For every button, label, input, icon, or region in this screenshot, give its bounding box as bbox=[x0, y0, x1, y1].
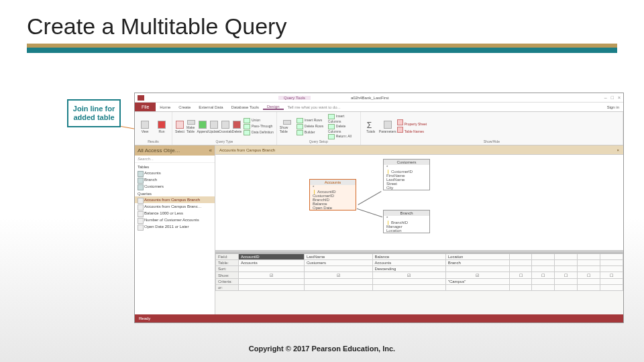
grid-cell[interactable]: Accounts bbox=[239, 260, 305, 266]
close-icon[interactable]: × bbox=[618, 95, 621, 100]
grid-cell[interactable]: LastName bbox=[304, 254, 372, 260]
table-customers[interactable]: Customers * CustomerID FirstName LastNam… bbox=[383, 159, 430, 190]
close-tab-icon[interactable]: × bbox=[616, 148, 619, 152]
grid-cell[interactable]: ☑ bbox=[445, 272, 509, 279]
append-button[interactable]: Append bbox=[198, 120, 207, 133]
qbe-table[interactable]: Field:AccountIDLastNameBalanceLocationTa… bbox=[215, 253, 623, 291]
grid-cell[interactable] bbox=[555, 266, 578, 272]
nav-table-accounts[interactable]: Accounts bbox=[135, 170, 215, 176]
tab-design[interactable]: Design bbox=[263, 105, 284, 110]
sign-in-link[interactable]: Sign in bbox=[607, 105, 623, 109]
grid-cell[interactable] bbox=[304, 285, 372, 291]
join-line[interactable] bbox=[358, 191, 381, 205]
nav-query-selected[interactable]: Accounts from Campus Branch bbox=[135, 196, 215, 203]
tab-database-tools[interactable]: Database Tools bbox=[227, 105, 263, 109]
field[interactable]: City bbox=[384, 186, 429, 190]
nav-group-tables[interactable]: Tables bbox=[135, 163, 215, 170]
qbe-grid[interactable]: Field:AccountIDLastNameBalanceLocationTa… bbox=[215, 253, 623, 314]
grid-cell[interactable] bbox=[509, 254, 532, 260]
show-hide-checks[interactable]: Property Sheet Table Names bbox=[397, 119, 429, 133]
field[interactable]: Location bbox=[384, 229, 429, 233]
query-type-side[interactable]: Union Pass-Through Data Definition bbox=[244, 118, 274, 135]
grid-cell[interactable]: Location bbox=[445, 254, 509, 260]
grid-cell[interactable] bbox=[555, 254, 578, 260]
crosstab-button[interactable]: Crosstab bbox=[221, 120, 230, 133]
grid-cell[interactable]: AccountID bbox=[239, 254, 305, 260]
join-line[interactable] bbox=[357, 208, 382, 217]
grid-cell[interactable] bbox=[304, 266, 372, 272]
grid-cell[interactable] bbox=[304, 279, 372, 285]
grid-cell[interactable]: Customers bbox=[304, 260, 372, 266]
grid-cell[interactable] bbox=[600, 260, 623, 266]
grid-cell[interactable] bbox=[600, 254, 623, 260]
grid-cell[interactable] bbox=[532, 285, 555, 291]
grid-cell[interactable] bbox=[532, 260, 555, 266]
select-query-button[interactable]: Select bbox=[175, 120, 184, 133]
grid-cell[interactable] bbox=[600, 266, 623, 272]
table-accounts[interactable]: Accounts * AccountID CustomerID BranchID… bbox=[309, 179, 356, 210]
nav-query-item[interactable]: Open Date 2011 or Later bbox=[135, 223, 215, 230]
grid-cell[interactable] bbox=[578, 285, 600, 291]
grid-cell[interactable] bbox=[578, 254, 600, 260]
grid-cell[interactable] bbox=[239, 266, 305, 272]
grid-cell[interactable] bbox=[239, 279, 305, 285]
grid-cell[interactable] bbox=[555, 279, 578, 285]
grid-cell[interactable] bbox=[239, 285, 305, 291]
nav-query-item[interactable]: Accounts from Campus Branc… bbox=[135, 203, 215, 210]
grid-cell[interactable]: ☐ bbox=[532, 272, 555, 279]
row-ops[interactable]: Insert Rows Delete Rows Builder bbox=[297, 118, 326, 135]
grid-cell[interactable]: Balance bbox=[372, 254, 445, 260]
grid-cell[interactable] bbox=[578, 260, 600, 266]
tab-external-data[interactable]: External Data bbox=[195, 105, 227, 109]
nav-query-item[interactable]: Number of Customer Accounts bbox=[135, 217, 215, 223]
tab-create[interactable]: Create bbox=[174, 105, 195, 109]
grid-cell[interactable] bbox=[372, 285, 445, 291]
field[interactable]: BranchID bbox=[384, 220, 429, 225]
field[interactable]: AccountID bbox=[310, 189, 356, 194]
delete-button[interactable]: Delete bbox=[232, 120, 241, 133]
nav-table-branch[interactable]: Branch bbox=[135, 176, 215, 183]
parameters-button[interactable]: Parameters bbox=[380, 120, 395, 133]
field[interactable]: CustomerID bbox=[384, 169, 429, 174]
view-button[interactable]: View bbox=[138, 120, 152, 133]
make-table-button[interactable]: Make Table bbox=[186, 120, 196, 133]
grid-cell[interactable] bbox=[445, 266, 509, 272]
update-button[interactable]: Update bbox=[209, 120, 219, 133]
window-controls[interactable]: – □ × bbox=[604, 95, 621, 100]
document-tab[interactable]: Accounts from Campus Branch× bbox=[215, 145, 623, 155]
grid-cell[interactable]: ☐ bbox=[578, 272, 600, 279]
grid-cell[interactable] bbox=[532, 254, 555, 260]
nav-pane-header[interactable]: All Access Obje…« bbox=[135, 145, 215, 156]
grid-cell[interactable]: ☑ bbox=[239, 272, 305, 279]
grid-cell[interactable]: ☐ bbox=[555, 272, 578, 279]
field[interactable]: Open Date bbox=[310, 206, 356, 210]
grid-cell[interactable]: ☐ bbox=[600, 272, 623, 279]
nav-table-customers[interactable]: Customers bbox=[135, 183, 215, 190]
maximize-icon[interactable]: □ bbox=[611, 95, 614, 100]
grid-cell[interactable] bbox=[555, 285, 578, 291]
grid-cell[interactable] bbox=[509, 266, 532, 272]
minimize-icon[interactable]: – bbox=[604, 95, 607, 100]
grid-cell[interactable]: Accounts bbox=[372, 260, 445, 266]
tab-home[interactable]: Home bbox=[156, 105, 174, 109]
grid-cell[interactable]: "Campus" bbox=[445, 279, 509, 285]
chevron-icon[interactable]: « bbox=[209, 147, 212, 154]
nav-group-queries[interactable]: Queries bbox=[135, 190, 215, 196]
table-branch[interactable]: Branch * BranchID Manager Location bbox=[383, 210, 430, 233]
grid-cell[interactable] bbox=[600, 279, 623, 285]
grid-cell[interactable] bbox=[555, 260, 578, 266]
grid-cell[interactable]: ☐ bbox=[509, 272, 532, 279]
grid-cell[interactable]: Branch bbox=[445, 260, 509, 266]
grid-cell[interactable] bbox=[509, 260, 532, 266]
file-tab[interactable]: File bbox=[135, 103, 156, 111]
grid-cell[interactable] bbox=[445, 285, 509, 291]
tell-me-box[interactable]: Tell me what you want to do... bbox=[288, 105, 341, 109]
grid-cell[interactable]: Descending bbox=[372, 266, 445, 272]
grid-cell[interactable] bbox=[600, 285, 623, 291]
grid-cell[interactable] bbox=[509, 285, 532, 291]
grid-cell[interactable] bbox=[578, 266, 600, 272]
grid-cell[interactable] bbox=[372, 279, 445, 285]
show-table-button[interactable]: Show Table bbox=[280, 120, 294, 133]
run-button[interactable]: Run bbox=[154, 120, 169, 133]
relationship-canvas[interactable]: Customers * CustomerID FirstName LastNam… bbox=[215, 155, 623, 253]
